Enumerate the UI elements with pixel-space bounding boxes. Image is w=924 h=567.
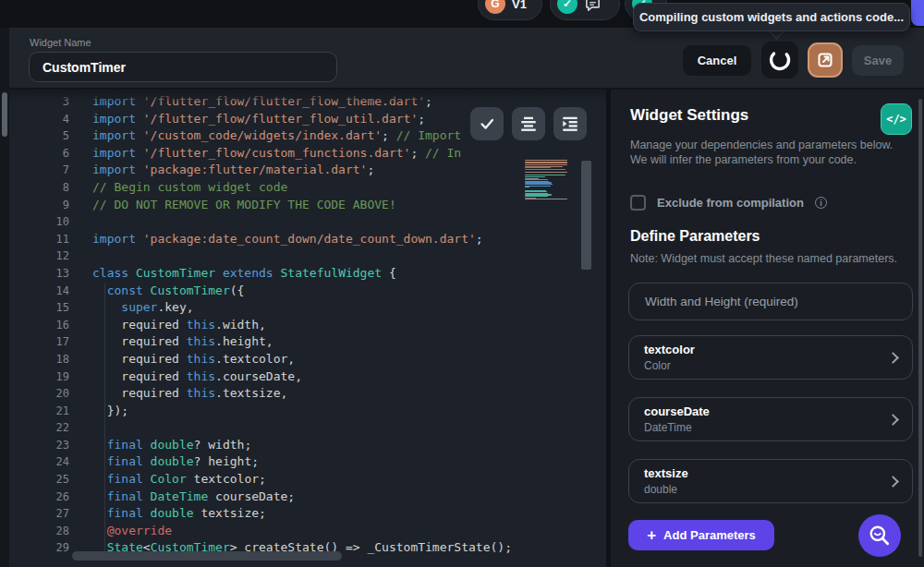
code-line: 19 required this.courseDate, [9,368,606,386]
code-line: 21 }); [9,403,606,420]
code-line: 27 final double textsize; [9,505,606,523]
plus-icon: + [647,527,656,543]
minimap-line [525,176,545,177]
external-link-icon [816,51,834,69]
code-line: 16 required this.width, [9,317,606,334]
code-line: 18 required this.textcolor, [9,351,606,368]
code-line: 28 @override [9,523,606,540]
modal-header: Widget Name Cancel Save [9,28,924,90]
code-line: 8// Begin custom widget code [9,179,606,197]
branch-icon: G [485,0,505,14]
code-line: 25 final Color textcolor; [9,471,606,489]
parameter-name: textsize [644,466,889,480]
add-parameters-label: Add Parameters [663,528,756,542]
minimap-line [525,172,567,173]
editor-vertical-scrollbar[interactable] [581,161,591,270]
version-pill[interactable]: G V1 [478,0,542,20]
code-line: 23 final double? width; [9,437,606,454]
left-scrollbar[interactable] [2,92,7,137]
code-line: 15 super.key, [9,299,606,317]
chevron-right-icon [887,476,899,488]
size-parameter-field[interactable]: Width and Height (required) [628,283,913,320]
chat-icon[interactable] [584,0,602,13]
parameter-card-textcolor[interactable]: textcolorColor [628,335,913,380]
code-line: 10 [9,213,606,231]
info-icon[interactable]: i [815,197,827,209]
search-assistant-fab[interactable] [858,514,901,557]
panel-scrollbar[interactable] [918,99,922,557]
chevron-right-icon [887,352,899,364]
editor-toolbar [470,107,587,140]
indent-code-button[interactable] [553,107,587,140]
exclude-compilation-checkbox[interactable] [630,195,646,211]
panel-title: Widget Settings [630,106,748,125]
code-line: 24 final double? height; [9,453,606,471]
compiling-tooltip: Compiling custom widgets and actions cod… [633,3,910,31]
code-line: 12 [9,247,606,265]
code-lines: 3import '/flutter_flow/flutter_flow_them… [9,93,606,557]
check-icon: ✓ [557,0,578,14]
topbar-purple-button[interactable] [911,0,924,26]
parameter-card-textsize[interactable]: textsizedouble [628,459,913,503]
minimap-line [525,164,567,165]
left-rail [0,28,9,567]
code-line: 26 final DateTime courseDate; [9,489,606,506]
minimap-line [525,187,529,187]
chevron-right-icon [887,414,899,426]
cancel-button[interactable]: Cancel [683,45,751,76]
minimap-line [525,199,567,199]
open-in-new-button[interactable] [808,42,843,78]
parameter-type: double [644,483,889,496]
view-code-button[interactable]: </> [881,103,912,135]
add-parameters-button[interactable]: + Add Parameters [628,520,774,550]
exclude-compilation-row: Exclude from compilation i [630,195,827,211]
status-pill-comments[interactable]: ✓ [550,0,620,20]
compile-check-button[interactable] [470,107,504,140]
code-line: 9// DO NOT REMOVE OR MODIFY THE CODE ABO… [9,197,606,214]
panel-subtitle-line2: We will infer the parameters from your c… [630,152,898,167]
widget-name-label: Widget Name [30,37,91,48]
code-line: 14 const CustomTimer({ [9,283,606,300]
code-line: 6import '/flutter_flow/custom_functions.… [9,145,606,163]
search-smile-icon [868,524,892,548]
format-code-button[interactable] [512,107,545,140]
code-line: 22 [9,419,606,437]
parameter-name: textcolor [644,343,889,356]
widget-settings-panel: Widget Settings </> Manage your dependen… [611,90,924,567]
define-parameters-title: Define Parameters [630,228,760,245]
code-line: 13class CustomTimer extends StatefulWidg… [9,265,606,283]
check-icon [478,115,496,133]
format-align-icon [519,115,538,133]
editor-horizontal-scrollbar[interactable] [72,551,342,561]
compiling-spinner-button[interactable] [761,42,798,78]
parameter-type: DateTime [644,421,889,434]
code-minimap[interactable] [525,160,571,200]
parameter-card-courseDate[interactable]: courseDateDateTime [628,397,913,441]
panel-subtitle-line1: Manage your dependencies and parameters … [630,138,898,152]
spinner-icon [763,43,797,78]
indent-icon [561,115,579,133]
widget-name-input[interactable] [29,52,337,82]
parameter-type: Color [644,359,889,372]
code-line: 20 required this.textsize, [9,385,606,403]
parameter-name: courseDate [644,404,889,418]
custom-widget-editor-modal: Widget Name Cancel Save 3import '/flutte… [9,28,924,567]
code-editor[interactable]: 3import '/flutter_flow/flutter_flow_them… [9,90,606,567]
code-line: 17 required this.height, [9,333,606,351]
exclude-compilation-label: Exclude from compilation [657,196,804,210]
code-line: 11import 'package:date_count_down/date_c… [9,231,606,248]
code-line: 7import 'package:flutter/material.dart'; [9,162,606,179]
save-button[interactable]: Save [852,45,904,76]
define-parameters-note: Note: Widget must accept these named par… [630,252,897,265]
size-parameter-label: Width and Height (required) [645,295,798,308]
panel-subtitle: Manage your dependencies and parameters … [630,138,898,167]
minimap-line [525,169,565,170]
version-label: V1 [512,0,527,11]
